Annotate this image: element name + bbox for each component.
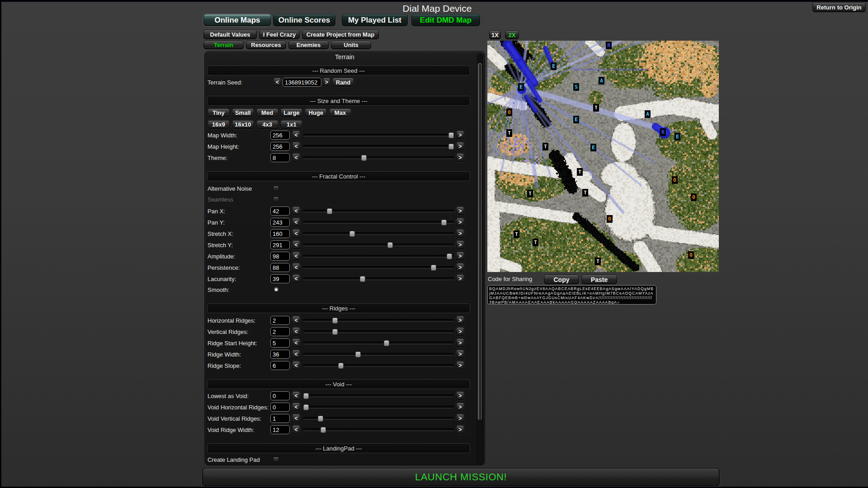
horizontal-ridges-input[interactable] [270, 316, 290, 325]
copy-button[interactable]: Copy [544, 275, 579, 284]
i-feel-crazy-button[interactable]: I Feel Crazy [259, 30, 300, 39]
alternative-noise-checkbox[interactable] [273, 186, 279, 191]
theme-slider-handle[interactable] [361, 155, 367, 161]
pan-x-input[interactable] [270, 206, 290, 216]
amplitude-decrement-button[interactable]: < [292, 252, 300, 260]
ridge-width-slider-handle[interactable] [355, 352, 361, 357]
launch-mission-button[interactable]: LAUNCH MISSION! [202, 468, 720, 486]
void-horizontal-ridges-decrement-button[interactable]: < [292, 403, 300, 411]
lacunarity-slider-track[interactable] [303, 277, 454, 280]
pan-y-slider-handle[interactable] [441, 220, 447, 225]
create-project-from-map-button[interactable]: Create Project from Map [302, 30, 379, 39]
amplitude-input[interactable] [270, 252, 290, 261]
stretch-x-increment-button[interactable]: > [456, 229, 464, 238]
ridge-width-slider-track[interactable] [303, 353, 454, 356]
panel-scrollbar[interactable] [477, 53, 483, 465]
seed-increment-button[interactable]: > [323, 78, 330, 86]
void-horizontal-ridges-increment-button[interactable]: > [456, 403, 464, 411]
stretch-y-slider-track[interactable] [303, 244, 454, 246]
subtab-terrain[interactable]: Terrain [203, 41, 244, 49]
stretch-x-slider-track[interactable] [303, 232, 454, 235]
pan-x-increment-button[interactable]: > [456, 206, 464, 215]
paste-button[interactable]: Paste [581, 275, 617, 284]
ridge-width-increment-button[interactable]: > [456, 350, 464, 358]
persistence-increment-button[interactable]: > [456, 263, 464, 272]
amplitude-slider-track[interactable] [303, 255, 454, 258]
map-width-decrement-button[interactable]: < [292, 131, 300, 139]
option-button-huge[interactable]: Huge [305, 108, 327, 117]
panel-scrollbar-thumb[interactable] [478, 63, 482, 421]
map-width-input[interactable] [270, 131, 290, 140]
void-horizontal-ridges-slider-track[interactable] [303, 406, 454, 408]
amplitude-increment-button[interactable]: > [456, 252, 464, 260]
lacunarity-decrement-button[interactable]: < [292, 274, 300, 283]
stretch-x-slider-handle[interactable] [349, 231, 355, 237]
void-vertical-ridges-slider-handle[interactable] [318, 416, 323, 422]
stretch-y-increment-button[interactable]: > [456, 240, 464, 249]
option-button-4x3[interactable]: 4x3 [256, 120, 278, 129]
lowest-as-void-decrement-button[interactable]: < [292, 391, 300, 400]
vertical-ridges-increment-button[interactable]: > [456, 327, 464, 336]
lacunarity-increment-button[interactable]: > [456, 274, 464, 283]
void-vertical-ridges-decrement-button[interactable]: < [292, 414, 300, 422]
stretch-x-input[interactable] [270, 229, 290, 238]
horizontal-ridges-increment-button[interactable]: > [456, 316, 464, 324]
void-vertical-ridges-input[interactable] [270, 414, 290, 423]
lowest-as-void-slider-handle[interactable] [303, 393, 309, 399]
theme-increment-button[interactable]: > [456, 153, 464, 162]
theme-input[interactable] [270, 153, 290, 162]
amplitude-slider-handle[interactable] [447, 253, 452, 259]
void-vertical-ridges-increment-button[interactable]: > [456, 414, 464, 422]
ridge-start-height-input[interactable] [270, 338, 290, 347]
ridge-width-input[interactable] [270, 350, 290, 359]
terrain-seed-input[interactable] [283, 78, 321, 87]
pan-y-input[interactable] [270, 218, 290, 227]
seed-decrement-button[interactable]: < [274, 78, 281, 86]
stretch-y-slider-handle[interactable] [387, 242, 393, 248]
theme-decrement-button[interactable]: < [292, 153, 300, 162]
lowest-as-void-increment-button[interactable]: > [456, 391, 464, 400]
subtab-enemies[interactable]: Enemies [288, 41, 329, 49]
option-button-16x9[interactable]: 16x9 [208, 120, 230, 129]
pan-y-decrement-button[interactable]: < [292, 218, 300, 226]
horizontal-ridges-decrement-button[interactable]: < [292, 316, 300, 324]
vertical-ridges-input[interactable] [270, 327, 290, 336]
pan-y-increment-button[interactable]: > [456, 218, 464, 226]
ridge-start-height-increment-button[interactable]: > [456, 338, 464, 347]
option-button-med[interactable]: Med [256, 108, 278, 117]
horizontal-ridges-slider-handle[interactable] [332, 318, 338, 324]
horizontal-ridges-slider-track[interactable] [303, 319, 454, 322]
option-button-max[interactable]: Max [329, 108, 351, 117]
option-button-large[interactable]: Large [280, 108, 302, 117]
rand-button[interactable]: Rand [332, 78, 354, 87]
tab-online-scores[interactable]: Online Scores [273, 14, 335, 26]
return-to-origin-button[interactable]: Return to Origin [812, 2, 866, 12]
theme-slider-track[interactable] [303, 156, 454, 159]
lacunarity-input[interactable] [270, 274, 290, 283]
map-height-decrement-button[interactable]: < [292, 142, 300, 150]
ridge-start-height-slider-handle[interactable] [384, 340, 389, 346]
void-ridge-width-input[interactable] [270, 425, 290, 434]
lowest-as-void-slider-track[interactable] [303, 394, 454, 397]
pan-x-slider-track[interactable] [303, 210, 454, 212]
persistence-input[interactable] [270, 263, 290, 272]
stretch-y-input[interactable] [270, 240, 290, 249]
lowest-as-void-input[interactable] [270, 391, 290, 400]
vertical-ridges-slider-handle[interactable] [332, 329, 338, 335]
void-horizontal-ridges-slider-handle[interactable] [303, 404, 309, 410]
void-vertical-ridges-slider-track[interactable] [303, 417, 454, 420]
default-values-button[interactable]: Default Values [203, 30, 257, 39]
ridge-start-height-decrement-button[interactable]: < [292, 338, 300, 347]
ridge-start-height-slider-track[interactable] [303, 342, 454, 344]
ridge-slope-increment-button[interactable]: > [456, 361, 464, 370]
create-landing-pad-checkbox[interactable] [273, 457, 279, 462]
subtab-units[interactable]: Units [331, 41, 371, 49]
void-ridge-width-decrement-button[interactable]: < [292, 425, 300, 434]
map-width-increment-button[interactable]: > [456, 131, 464, 139]
lacunarity-slider-handle[interactable] [360, 276, 365, 282]
tab-online-maps[interactable]: Online Maps [203, 14, 271, 26]
ridge-slope-input[interactable] [270, 361, 290, 370]
map-height-slider-track[interactable] [303, 145, 454, 148]
ridge-slope-slider-track[interactable] [303, 364, 454, 367]
map-height-input[interactable] [270, 142, 290, 151]
